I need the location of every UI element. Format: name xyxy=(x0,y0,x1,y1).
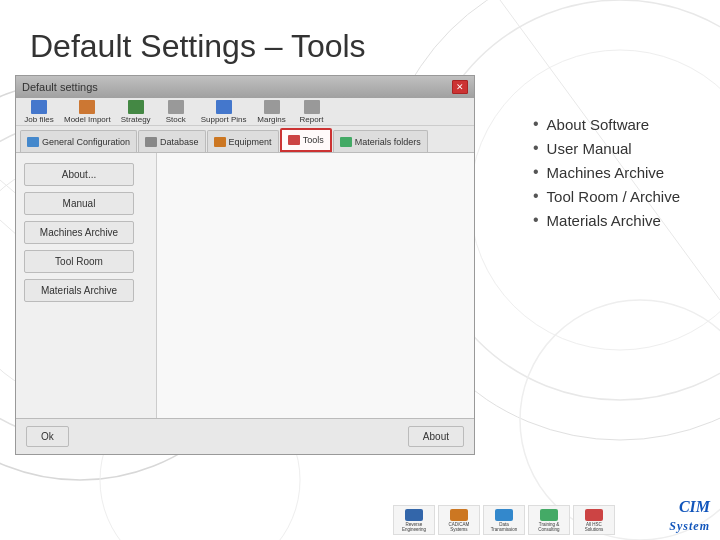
dialog-window: Default settings ✕ Job files Model Impor… xyxy=(15,75,475,455)
job-files-icon xyxy=(31,100,47,114)
bullet-list: About Software User Manual Machines Arch… xyxy=(533,115,680,235)
report-icon xyxy=(304,100,320,114)
logo-hsc-solutions: All HSCSolutions xyxy=(573,505,615,535)
logo-training: Training &Consulting xyxy=(528,505,570,535)
toolbar-support-pins[interactable]: Support Pins xyxy=(197,98,251,126)
logo-data-transmission: DataTransmission xyxy=(483,505,525,535)
toolbar-tabs: General Configuration Database Equipment… xyxy=(16,126,474,152)
tools-tab-icon xyxy=(288,135,300,145)
bullet-item-1: About Software xyxy=(533,115,680,133)
tab-general-configuration[interactable]: General Configuration xyxy=(20,130,137,152)
toolbar-stock[interactable]: Stock xyxy=(157,98,195,126)
ok-button[interactable]: Ok xyxy=(26,426,69,447)
hsc-icon xyxy=(585,509,603,521)
materials-archive-button[interactable]: Materials Archive xyxy=(24,279,134,302)
logo-cadcam: CAD/CAMSystems xyxy=(438,505,480,535)
dialog-title: Default settings xyxy=(22,81,98,93)
tab-materials-folders[interactable]: Materials folders xyxy=(333,130,428,152)
logo-row: ReverseEngineering CAD/CAMSystems DataTr… xyxy=(393,505,615,535)
about-button[interactable]: About... xyxy=(24,163,134,186)
page-title: Default Settings – Tools xyxy=(30,28,366,65)
dialog-titlebar: Default settings ✕ xyxy=(16,76,474,98)
right-panel xyxy=(156,153,474,418)
reverse-engineering-icon xyxy=(405,509,423,521)
stock-icon xyxy=(168,100,184,114)
tab-database[interactable]: Database xyxy=(138,130,206,152)
dialog-content: About... Manual Machines Archive Tool Ro… xyxy=(16,153,474,418)
toolbar-job-files[interactable]: Job files xyxy=(20,98,58,126)
bullet-item-2: User Manual xyxy=(533,139,680,157)
logo-reverse-engineering: ReverseEngineering xyxy=(393,505,435,535)
toolbar-model-import[interactable]: Model Import xyxy=(60,98,115,126)
manual-button[interactable]: Manual xyxy=(24,192,134,215)
cimsystem-logo: CIM System xyxy=(669,498,710,534)
footer-about-button[interactable]: About xyxy=(408,426,464,447)
left-panel: About... Manual Machines Archive Tool Ro… xyxy=(16,153,156,418)
tab-equipment[interactable]: Equipment xyxy=(207,130,279,152)
materials-folders-tab-icon xyxy=(340,137,352,147)
bullet-item-3: Machines Archive xyxy=(533,163,680,181)
machines-archive-button[interactable]: Machines Archive xyxy=(24,221,134,244)
support-pins-icon xyxy=(216,100,232,114)
tab-tools[interactable]: Tools xyxy=(280,128,332,152)
toolbar-strategy[interactable]: Strategy xyxy=(117,98,155,126)
cadcam-icon xyxy=(450,509,468,521)
toolbar-report[interactable]: Report xyxy=(293,98,331,126)
bullet-item-5: Materials Archive xyxy=(533,211,680,229)
model-import-icon xyxy=(79,100,95,114)
general-config-tab-icon xyxy=(27,137,39,147)
toolbar-row1: Job files Model Import Strategy Stock Su… xyxy=(16,98,474,126)
toolbar-margins[interactable]: Margins xyxy=(253,98,291,126)
equipment-tab-icon xyxy=(214,137,226,147)
dialog-close-button[interactable]: ✕ xyxy=(452,80,468,94)
strategy-icon xyxy=(128,100,144,114)
data-transmission-icon xyxy=(495,509,513,521)
margins-icon xyxy=(264,100,280,114)
dialog-footer: Ok About xyxy=(16,418,474,454)
training-icon xyxy=(540,509,558,521)
bullet-item-4: Tool Room / Archive xyxy=(533,187,680,205)
toolbar-area: Job files Model Import Strategy Stock Su… xyxy=(16,98,474,153)
database-tab-icon xyxy=(145,137,157,147)
tool-room-button[interactable]: Tool Room xyxy=(24,250,134,273)
